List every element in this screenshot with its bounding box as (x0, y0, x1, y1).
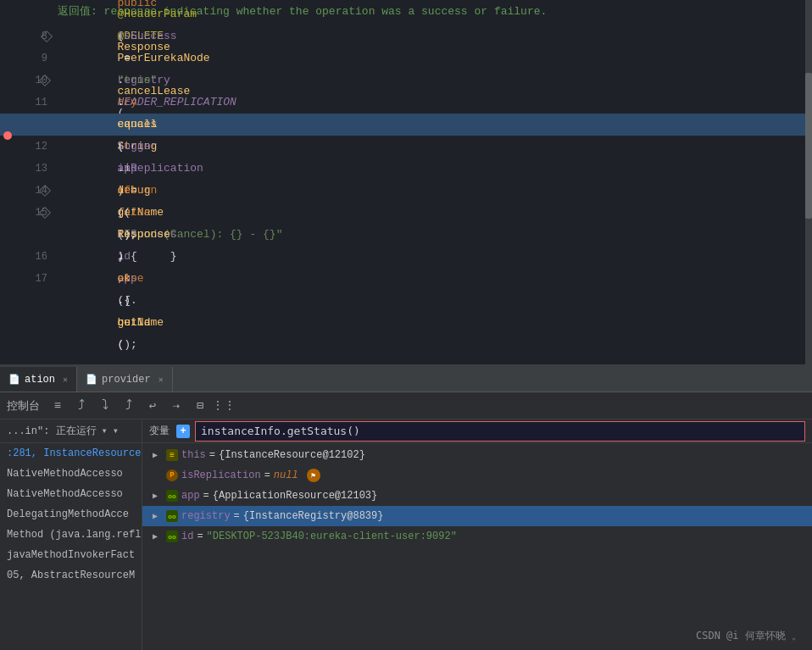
debugger-panel: 📄 ation ✕ 📄 provider ✕ 控制台 ≡ ⤴ ⤵ ⤴ ↩ ⇢ (0, 367, 812, 650)
tab-provider[interactable]: 📄 provider ✕ (77, 367, 173, 392)
step-into-button[interactable]: ⤵ (96, 397, 114, 415)
stack-item-2[interactable]: NativeMethodAccesso (0, 484, 142, 504)
var-item-isreplication[interactable]: P isReplication = null ⚑ (142, 465, 812, 486)
tab-provider-file-icon: 📄 (86, 374, 97, 385)
run-cursor-icon: ⇢ (173, 398, 180, 413)
step-back-icon: ↩ (149, 398, 156, 413)
line-gutter-13: 13 (0, 163, 58, 175)
var-eq-isrep: = (264, 469, 270, 481)
type-icon-id: oo (166, 531, 178, 542)
filter-icon[interactable]: ▾ (102, 425, 108, 437)
expand-icon[interactable]: ▾ (113, 425, 119, 437)
add-watch-button[interactable]: + (176, 425, 190, 438)
expand-id[interactable]: ▶ (153, 531, 163, 542)
more-button[interactable]: ⋮⋮ (214, 397, 233, 415)
line-gutter-9: 9 (0, 53, 58, 64)
tab-ation-close[interactable]: ✕ (63, 375, 68, 385)
watermark: CSDN @i 何章怀晓 。 (696, 629, 802, 643)
isrep-badge: ⚑ (307, 469, 320, 482)
editor-scrollbar-thumb (805, 73, 812, 219)
menu-button[interactable]: ≡ (48, 397, 67, 415)
expand-app[interactable]: ▶ (153, 491, 163, 501)
var-item-id[interactable]: ▶ oo id = "DESKTOP-523JB40:eureka-client… (142, 526, 812, 547)
line-gutter-12: 12 (0, 141, 58, 153)
tab-ation-label: ation (25, 374, 55, 386)
step-into-icon: ⤵ (102, 397, 108, 414)
step-over-icon: ⤴ (78, 397, 85, 414)
debugger-toolbar: 控制台 ≡ ⤴ ⤵ ⤴ ↩ ⇢ ⊟ ⋮⋮ (0, 392, 812, 419)
type-icon-registry: oo (166, 510, 178, 522)
type-icon-app: oo (166, 490, 178, 502)
expand-registry[interactable]: ▶ (153, 511, 163, 521)
stack-item-4[interactable]: Method (java.lang.refl (0, 525, 142, 545)
line-content-17: } else { (58, 224, 812, 334)
tab-bar: 📄 ation ✕ 📄 provider ✕ (0, 367, 812, 392)
editor-scrollbar[interactable] (805, 0, 812, 364)
tab-provider-label: provider (102, 374, 151, 386)
line-gutter-17: 17 (0, 273, 58, 285)
debugger-content: ...in": 正在运行 ▾ ▾ :281, InstanceResource … (0, 419, 812, 650)
line-gutter-8: 8 (0, 31, 58, 42)
type-icon-isrep: P (166, 469, 178, 481)
var-name-app: app (181, 490, 200, 502)
stack-header: ...in": 正在运行 ▾ ▾ (0, 419, 142, 443)
var-name-registry: registry (181, 510, 231, 522)
line-gutter-11: 11 (0, 97, 58, 108)
editor-area: 返回值: response indicating whether the ope… (0, 0, 812, 364)
stack-item-0[interactable]: :281, InstanceResource (0, 443, 142, 464)
var-val-id: "DESKTOP-523JB40:eureka-client-user:9092… (207, 531, 457, 542)
var-val-this: {InstanceResource@12102} (219, 449, 365, 461)
line-gutter-15: 15 (0, 207, 58, 219)
eval-button[interactable]: ⊟ (191, 397, 209, 415)
var-name-this: this (181, 449, 206, 461)
menu-icon: ≡ (54, 399, 61, 413)
stack-items: :281, InstanceResource NativeMethodAcces… (0, 443, 142, 650)
variables-panel: 变量 + ▶ ≡ this = {InstanceResource@12102} (142, 419, 812, 650)
stack-item-5[interactable]: javaMethodInvokerFact (0, 545, 142, 565)
variables-label: 变量 (149, 424, 170, 438)
console-label: 控制台 (7, 398, 40, 414)
line-gutter-14: 14 (0, 185, 58, 197)
stack-status-text: ...in": 正在运行 (7, 424, 97, 438)
step-out-button[interactable]: ⤴ (120, 397, 138, 415)
step-out-icon: ⤴ (125, 397, 132, 414)
eval-icon: ⊟ (197, 398, 203, 413)
var-val-app: {ApplicationResource@12103} (213, 490, 377, 502)
var-eq-this: = (209, 449, 215, 461)
var-val-isrep: null (274, 469, 298, 481)
var-eq-id: = (197, 531, 203, 542)
tab-file-icon: 📄 (8, 374, 20, 385)
var-item-app[interactable]: ▶ oo app = {ApplicationResource@12103} (142, 486, 812, 506)
var-item-registry[interactable]: ▶ oo registry = {InstanceRegistry@8839} (142, 506, 812, 526)
step-back-button[interactable]: ↩ (143, 397, 162, 415)
line-gutter-10: 10 (0, 75, 58, 86)
var-eq-registry: = (234, 510, 240, 522)
run-cursor-button[interactable]: ⇢ (167, 397, 186, 415)
more-icon: ⋮⋮ (212, 398, 236, 413)
var-name-id: id (181, 531, 193, 542)
line-gutter-16: 16 (0, 251, 58, 263)
stack-panel: ...in": 正在运行 ▾ ▾ :281, InstanceResource … (0, 419, 142, 650)
variables-list: ▶ ≡ this = {InstanceResource@12102} P is… (142, 443, 812, 650)
type-icon-this: ≡ (166, 449, 178, 461)
tab-ation[interactable]: 📄 ation ✕ (0, 367, 77, 392)
variables-header: 变量 + (142, 419, 812, 443)
step-over-button[interactable]: ⤴ (72, 397, 91, 415)
code-lines: 8 @DELETE 9 public Response cancelLease … (0, 22, 812, 290)
var-eq-app: = (203, 490, 209, 502)
var-item-this[interactable]: ▶ ≡ this = {InstanceResource@12102} (142, 445, 812, 465)
tab-provider-close[interactable]: ✕ (159, 375, 164, 385)
stack-item-3[interactable]: DelegatingMethodAcce (0, 504, 142, 525)
expand-this[interactable]: ▶ (153, 450, 163, 460)
stack-item-1[interactable]: NativeMethodAccesso (0, 464, 142, 484)
var-name-isrep: isReplication (181, 469, 261, 481)
watch-expression-input[interactable] (195, 421, 805, 442)
watermark-text: CSDN @i 何章怀晓 。 (696, 630, 802, 642)
var-val-registry: {InstanceRegistry@8839} (243, 510, 384, 522)
code-line-17: 17 } else { (0, 268, 812, 290)
stack-item-6[interactable]: 05, AbstractResourceM (0, 565, 142, 586)
